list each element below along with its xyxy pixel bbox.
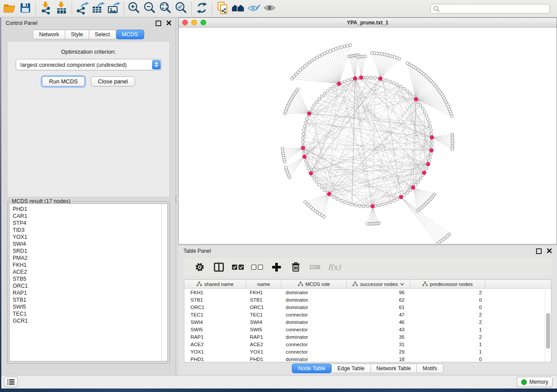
column-header-mcds-role[interactable]: MCDS role <box>281 280 347 288</box>
refresh-view-button[interactable] <box>194 1 210 16</box>
first-neighbors-button[interactable] <box>230 1 246 16</box>
export-image-icon <box>107 1 121 16</box>
export-table-icon <box>91 1 105 16</box>
zoom-in-button[interactable] <box>126 1 142 16</box>
tab-mcds[interactable]: MCDS <box>116 30 144 39</box>
mcds-result-item[interactable]: SRD1 <box>10 248 161 254</box>
close-panel-button[interactable]: Close panel <box>91 76 135 86</box>
float-panel-icon[interactable] <box>156 21 161 26</box>
mcds-result-item[interactable]: GCR1 <box>10 317 161 324</box>
add-column-button[interactable] <box>267 262 286 272</box>
column-header-name[interactable]: name <box>246 280 281 288</box>
tab-network-table[interactable]: Network Table <box>371 364 417 373</box>
import-table-button[interactable] <box>54 1 69 16</box>
criterion-dropdown[interactable]: largest connected component (undirected) <box>16 59 162 70</box>
houses-icon <box>231 2 245 15</box>
zoom-selected-button[interactable] <box>173 1 189 16</box>
mcds-result-item[interactable]: TEC1 <box>10 310 161 317</box>
network-window-titlebar[interactable]: YPA_prune.txt_1 <box>179 18 557 28</box>
table-row[interactable]: SWI4SWI4dominator462 <box>184 318 545 326</box>
window-minimize-icon[interactable] <box>191 20 197 25</box>
hide-selected-button[interactable] <box>246 1 262 16</box>
tab-edge-table[interactable]: Edge Table <box>332 364 370 373</box>
zoom-fit-button[interactable] <box>158 1 173 16</box>
main-toolbar <box>0 0 557 17</box>
clone-network-button[interactable] <box>214 1 230 16</box>
table-row[interactable]: FKH1FKH1dominator962 <box>184 289 545 296</box>
delete-table-button[interactable] <box>305 264 325 271</box>
export-image-button[interactable] <box>106 1 121 16</box>
column-header-successor-nodes[interactable]: successor nodes <box>347 280 410 288</box>
function-builder-button[interactable]: f(x) <box>325 263 344 272</box>
table-scrollbar[interactable] <box>545 289 551 362</box>
control-panel-header: Control Panel <box>1 17 176 29</box>
mcds-result-item[interactable]: RAP1 <box>10 289 161 296</box>
table-row[interactable]: SWI5SWI5connector431 <box>184 326 545 333</box>
split-panel-button[interactable] <box>209 262 228 272</box>
tab-node-table[interactable]: Node Table <box>292 364 332 373</box>
mcds-result-item[interactable]: STB5 <box>10 275 161 282</box>
zoom-out-button[interactable] <box>142 1 158 16</box>
control-panel-tabs: Network Style Select MCDS <box>1 30 176 39</box>
mcds-result-item[interactable]: TID3 <box>10 227 161 234</box>
tab-style[interactable]: Style <box>65 30 89 39</box>
network-canvas[interactable] <box>179 28 557 244</box>
toolbar-separator <box>191 2 192 15</box>
search-icon <box>433 6 440 14</box>
task-history-button[interactable] <box>4 377 18 387</box>
vertical-splitter[interactable] <box>176 17 178 375</box>
import-network-button[interactable] <box>38 1 54 16</box>
mcds-list-scrollbar[interactable] <box>161 204 167 361</box>
network-window: YPA_prune.txt_1 <box>178 17 557 244</box>
deselect-all-button[interactable] <box>248 264 267 270</box>
save-session-button[interactable] <box>17 1 33 16</box>
mcds-result-item[interactable]: YOX1 <box>10 234 161 241</box>
table-row[interactable]: TEC1TEC1connector472 <box>184 311 545 318</box>
search-input[interactable] <box>430 4 550 14</box>
table-row[interactable]: ACE2ACE2connector311 <box>184 340 545 348</box>
table-row[interactable]: PHD1PHD1dominator180 <box>184 355 545 362</box>
mcds-result-item[interactable]: ORC1 <box>10 282 161 289</box>
tab-select[interactable]: Select <box>89 30 116 39</box>
run-mcds-button[interactable]: Run MCDS <box>42 76 85 86</box>
column-header-shared-name[interactable]: shared name <box>184 280 246 288</box>
table-scrollbar-thumb[interactable] <box>546 313 550 349</box>
list-icon <box>7 379 14 385</box>
table-row[interactable]: ORC1ORC1dominator610 <box>184 303 545 311</box>
window-close-icon[interactable] <box>182 20 188 25</box>
select-all-button[interactable] <box>228 264 248 270</box>
mcds-result-item[interactable]: ACE2 <box>10 268 161 275</box>
close-panel-icon[interactable] <box>166 19 171 27</box>
mcds-result-item[interactable]: PMA2 <box>10 254 161 261</box>
close-panel-icon[interactable] <box>547 247 552 255</box>
mcds-result-item[interactable]: FKH1 <box>10 261 161 268</box>
memory-button[interactable]: Memory <box>517 377 553 387</box>
tab-motifs[interactable]: Motifs <box>417 364 443 373</box>
export-network-button[interactable] <box>74 1 90 16</box>
zoom-fit-icon <box>159 1 172 16</box>
import-table-icon <box>55 1 68 16</box>
optimization-criterion-label: Optimization criterion: <box>61 48 116 55</box>
table-row[interactable]: YOX1YOX1connector291 <box>184 348 545 355</box>
delete-column-button[interactable] <box>286 262 305 272</box>
dropdown-stepper-icon <box>152 60 161 69</box>
window-maximize-icon[interactable] <box>201 20 206 25</box>
mcds-result-item[interactable]: STB1 <box>10 296 161 303</box>
float-panel-icon[interactable] <box>536 248 542 254</box>
import-network-icon <box>39 1 52 16</box>
table-row[interactable]: STB1STB1dominator620 <box>184 296 545 303</box>
mcds-result-item[interactable]: PHD1 <box>10 206 161 213</box>
open-file-button[interactable] <box>2 1 17 16</box>
table-settings-button[interactable] <box>190 262 209 272</box>
export-table-button[interactable] <box>90 1 106 16</box>
mcds-result-item[interactable]: CAR1 <box>10 213 161 220</box>
tab-network[interactable]: Network <box>33 30 65 39</box>
mcds-result-item[interactable]: STP4 <box>10 220 161 227</box>
mcds-result-item[interactable]: SWI4 <box>10 241 161 248</box>
mcds-result-item[interactable]: SWI5 <box>10 303 161 310</box>
show-all-button[interactable] <box>262 1 277 16</box>
table-row[interactable]: RAP1RAP1dominator352 <box>184 333 545 340</box>
clone-network-icon <box>216 1 228 16</box>
mcds-result-list: PHD1CAR1STP4TID3YOX1SWI4SRD1PMA2FKH1ACE2… <box>10 204 161 361</box>
column-header-predecessor-nodes[interactable]: predecessor nodes <box>410 280 485 288</box>
